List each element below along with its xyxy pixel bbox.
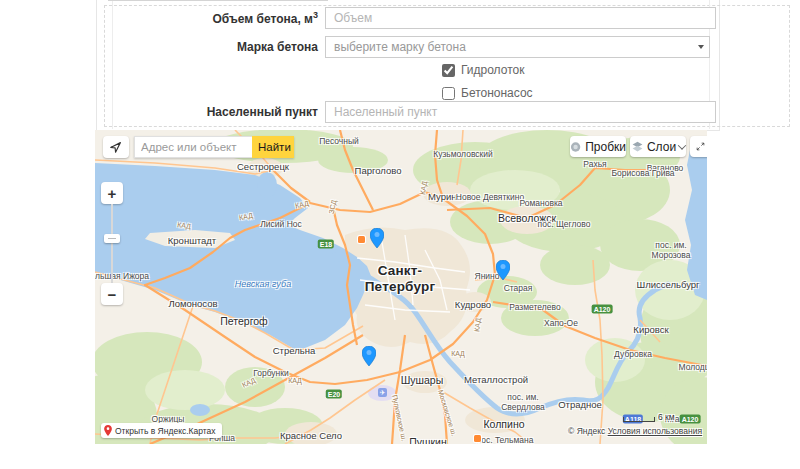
- map-label: пос. Тельмана: [477, 436, 534, 444]
- map-label: Новое Девяткино: [456, 193, 524, 203]
- yandex-pin-icon: [104, 425, 112, 436]
- concrete-order-form: Объем бетона, м3 Марка бетона выберите м…: [0, 0, 800, 130]
- map-label: Разметелево: [509, 303, 560, 313]
- zoom-slider[interactable]: [111, 204, 113, 283]
- map-label: пос. им. Свердлова: [501, 393, 545, 413]
- poi-icon: [358, 236, 365, 243]
- map-label: пос. им. Морозова: [652, 241, 691, 261]
- map-label: Пушкин: [409, 436, 446, 444]
- poi-icon: [474, 435, 481, 442]
- road-number-badge: E18: [318, 240, 334, 249]
- map-label: Песочный: [319, 137, 359, 147]
- terms-link[interactable]: Условия использования: [608, 426, 702, 436]
- open-in-yandex-maps-button[interactable]: Открыть в Яндекс.Картах: [101, 423, 222, 438]
- map-label: Рахья: [583, 160, 606, 170]
- pump-checkbox-label: Бетононасос: [461, 86, 533, 100]
- layers-button[interactable]: Слои: [630, 136, 686, 157]
- map-search-bar: Найти: [134, 136, 294, 158]
- map-label: Кудрово: [455, 300, 491, 311]
- road-number-badge: А120: [592, 305, 613, 314]
- map-label: Кронштадт: [168, 236, 216, 247]
- airport-icon: ✈: [378, 388, 387, 397]
- zoom-out-button[interactable]: −: [101, 283, 123, 305]
- map-label: пос. Щеглово: [538, 220, 591, 230]
- road-number-badge: E20: [326, 390, 342, 399]
- volume-input[interactable]: [325, 7, 716, 29]
- copyright-text: © Яндекс: [568, 426, 605, 436]
- search-button[interactable]: Найти: [252, 136, 294, 158]
- hydro-checkbox[interactable]: [442, 64, 455, 77]
- map-label: Металлострой: [464, 375, 528, 386]
- layers-icon: [631, 140, 644, 153]
- chevron-down-icon: [698, 45, 704, 49]
- volume-label: Объем бетона, м3: [108, 10, 318, 26]
- map-attribution: © Яндекс Условия использования: [568, 426, 702, 436]
- map-label: КАД: [451, 350, 465, 358]
- brand-select-value: выберите марку бетона: [334, 40, 466, 54]
- map-label: КАД: [177, 221, 192, 231]
- map-label: Борисова Грива: [611, 169, 674, 179]
- traffic-button[interactable]: Пробки: [570, 136, 626, 157]
- hydro-checkbox-label: Гидролоток: [461, 63, 524, 77]
- brand-select[interactable]: выберите марку бетона: [325, 36, 710, 58]
- map-label: Шлиссельбург: [636, 280, 699, 291]
- map-label: Кировск: [633, 325, 668, 336]
- traffic-light-icon: [570, 141, 581, 153]
- map-label: Парголово: [355, 166, 402, 177]
- chevron-down-icon: [678, 141, 686, 149]
- city-label: Населенный пункт: [108, 105, 318, 119]
- map-pin[interactable]: [362, 346, 376, 366]
- fullscreen-button[interactable]: [690, 136, 707, 157]
- map-label: Молодцово: [679, 363, 707, 373]
- map-label: Невская губа: [235, 279, 291, 289]
- map-label: Большая Ижора: [95, 272, 149, 282]
- map-pin[interactable]: [496, 260, 510, 280]
- map-label: Красное Село: [280, 431, 342, 442]
- map-label: Лисий Нос: [260, 220, 302, 230]
- map-label: Отрадное: [558, 400, 602, 411]
- map-label: Хапо-Ое: [544, 319, 578, 329]
- open-in-yandex-maps-label: Открыть в Яндекс.Картах: [115, 426, 216, 436]
- map-pin[interactable]: [370, 228, 384, 248]
- pump-checkbox-row: Бетононасос: [442, 85, 533, 101]
- map-label: Романовка: [519, 199, 562, 209]
- road-number-badge: А120: [680, 415, 701, 424]
- zoom-slider-handle[interactable]: [104, 234, 120, 243]
- map-label: Санкт- Петербург: [365, 263, 436, 294]
- brand-label: Марка бетона: [108, 40, 318, 54]
- scale-label: 6 км: [658, 412, 675, 422]
- map-label: Горбунки: [253, 369, 289, 379]
- yandex-map[interactable]: Санкт- ПетербургСестрорецкПарголовоПесоч…: [95, 130, 707, 444]
- map-label: Ломоносов: [168, 299, 217, 310]
- traffic-button-label: Пробки: [585, 140, 626, 154]
- map-label: Старая: [504, 284, 533, 294]
- fullscreen-icon: [696, 140, 705, 153]
- zoom-in-button[interactable]: +: [101, 182, 123, 204]
- map-label: КАД: [288, 377, 302, 385]
- map-label: КАД: [473, 318, 482, 332]
- map-label: Колпино: [483, 418, 524, 430]
- scale-bar: [623, 417, 655, 422]
- layers-button-label: Слои: [647, 140, 676, 154]
- map-label: Шушары: [401, 374, 444, 386]
- form-border-top: [108, 0, 328, 1]
- hydro-checkbox-row: Гидролоток: [442, 62, 524, 78]
- map-scale: 6 км: [623, 412, 675, 422]
- map-label: Петергоф: [220, 315, 268, 327]
- map-search-input[interactable]: [134, 136, 252, 158]
- city-input[interactable]: [325, 101, 716, 123]
- map-label: Кузьмоловский: [433, 150, 493, 160]
- navigation-arrow-icon: [109, 140, 123, 154]
- pump-checkbox[interactable]: [442, 87, 455, 100]
- geolocation-button[interactable]: [103, 136, 129, 158]
- map-label: Сестрорецк: [237, 162, 289, 173]
- map-label: Дубровка: [614, 350, 652, 360]
- map-label: Стрельна: [273, 346, 316, 357]
